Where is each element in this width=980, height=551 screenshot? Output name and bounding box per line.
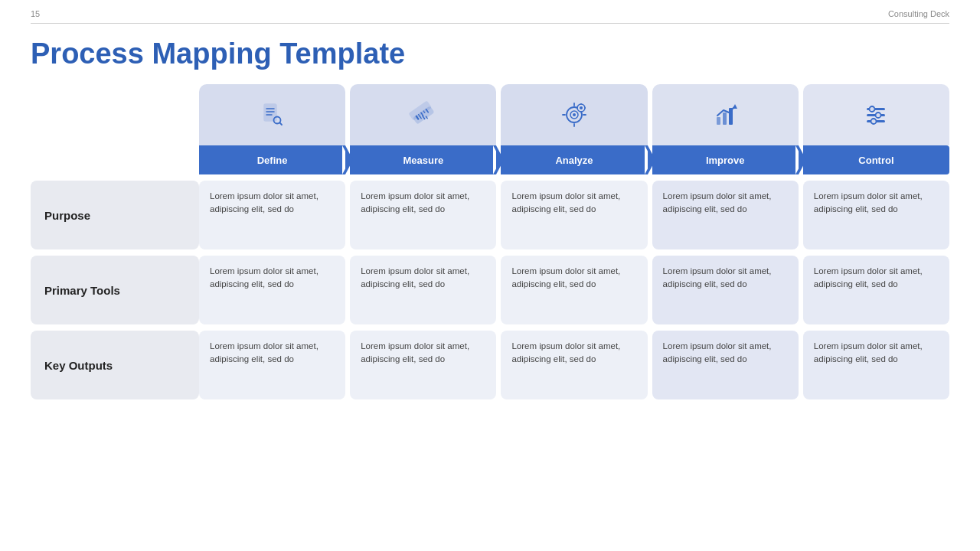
svg-rect-31 xyxy=(723,112,727,125)
label-cells: Purpose Primary Tools Key Outputs xyxy=(31,181,199,399)
outputs-define-cell: Lorem ipsum dolor sit amet, adipiscing e… xyxy=(199,331,345,399)
primary-tools-row: Lorem ipsum dolor sit amet, adipiscing e… xyxy=(199,256,949,324)
arrow-define: Define xyxy=(199,145,345,174)
icon-row xyxy=(199,84,949,145)
data-rows: Lorem ipsum dolor sit amet, adipiscing e… xyxy=(199,181,949,399)
svg-point-19 xyxy=(573,113,576,116)
outputs-measure-cell: Lorem ipsum dolor sit amet, adipiscing e… xyxy=(350,331,496,399)
document-search-icon xyxy=(258,100,287,129)
arrow-row-spacer xyxy=(31,145,199,174)
purpose-control-cell: Lorem ipsum dolor sit amet, adipiscing e… xyxy=(803,181,949,249)
svg-line-5 xyxy=(279,122,282,125)
arrow-analyze: Analyze xyxy=(501,145,647,174)
label-key-outputs: Key Outputs xyxy=(31,331,199,399)
target-cog-icon xyxy=(560,100,589,129)
tools-control-cell: Lorem ipsum dolor sit amet, adipiscing e… xyxy=(803,256,949,324)
arrow-control: Control xyxy=(803,145,949,174)
page: 15 Consulting Deck Process Mapping Templ… xyxy=(0,0,980,551)
page-title: Process Mapping Template xyxy=(31,37,949,70)
purpose-row: Lorem ipsum dolor sit amet, adipiscing e… xyxy=(199,181,949,249)
purpose-measure-cell: Lorem ipsum dolor sit amet, adipiscing e… xyxy=(350,181,496,249)
purpose-analyze-cell: Lorem ipsum dolor sit amet, adipiscing e… xyxy=(501,181,647,249)
svg-point-37 xyxy=(870,106,875,112)
sliders-icon xyxy=(861,100,890,129)
ruler-icon xyxy=(409,100,438,129)
svg-point-25 xyxy=(580,106,583,109)
tools-improve-cell: Lorem ipsum dolor sit amet, adipiscing e… xyxy=(652,256,799,324)
tools-define-cell: Lorem ipsum dolor sit amet, adipiscing e… xyxy=(199,256,345,324)
icon-measure xyxy=(350,84,496,145)
tools-measure-cell: Lorem ipsum dolor sit amet, adipiscing e… xyxy=(350,256,496,324)
arrow-measure: Measure xyxy=(350,145,496,174)
label-primary-tools: Primary Tools xyxy=(31,256,199,324)
svg-point-39 xyxy=(871,119,877,124)
icon-analyze xyxy=(501,84,647,145)
page-number: 15 xyxy=(31,9,40,18)
svg-rect-30 xyxy=(717,117,720,125)
icon-row-spacer xyxy=(31,84,199,145)
label-purpose: Purpose xyxy=(31,181,199,249)
tools-analyze-cell: Lorem ipsum dolor sit amet, adipiscing e… xyxy=(501,256,647,324)
grid-wrapper: Define Measure Analyze Improve Control xyxy=(199,84,949,399)
chart-up-icon xyxy=(710,100,740,129)
purpose-improve-cell: Lorem ipsum dolor sit amet, adipiscing e… xyxy=(652,181,799,249)
icon-control xyxy=(803,84,949,145)
top-bar: 15 Consulting Deck xyxy=(31,0,949,24)
svg-point-38 xyxy=(876,112,881,118)
arrow-improve: Improve xyxy=(652,145,799,174)
deck-name: Consulting Deck xyxy=(888,9,949,18)
arrow-row: Define Measure Analyze Improve Control xyxy=(199,145,949,174)
icon-improve xyxy=(652,84,799,145)
key-outputs-row: Lorem ipsum dolor sit amet, adipiscing e… xyxy=(199,331,949,399)
left-labels: Purpose Primary Tools Key Outputs xyxy=(31,84,199,399)
outputs-analyze-cell: Lorem ipsum dolor sit amet, adipiscing e… xyxy=(501,331,647,399)
svg-marker-33 xyxy=(733,104,737,109)
outputs-control-cell: Lorem ipsum dolor sit amet, adipiscing e… xyxy=(803,331,949,399)
purpose-define-cell: Lorem ipsum dolor sit amet, adipiscing e… xyxy=(199,181,345,249)
content-area: Purpose Primary Tools Key Outputs xyxy=(31,84,949,399)
icon-define xyxy=(199,84,345,145)
outputs-improve-cell: Lorem ipsum dolor sit amet, adipiscing e… xyxy=(652,331,799,399)
